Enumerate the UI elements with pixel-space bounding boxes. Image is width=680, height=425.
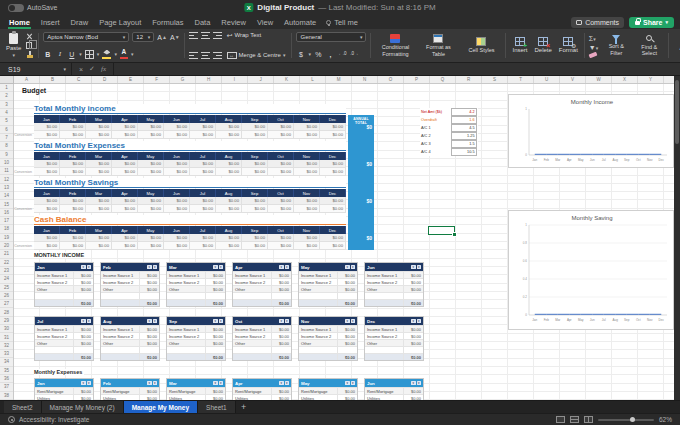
row-header-33[interactable]: 33 (0, 350, 13, 358)
filter-dropdown-icon[interactable]: ▾ (351, 265, 356, 270)
value-cell[interactable]: $0.00 (164, 131, 190, 139)
column-header-E[interactable]: E (118, 76, 144, 83)
value-cell[interactable]: $0.00 (268, 205, 294, 213)
block-row-value[interactable] (337, 347, 357, 353)
value-cell[interactable]: $0.00 (60, 242, 86, 250)
value-cell[interactable]: $0.00 (164, 168, 190, 176)
block-row-value[interactable]: $0.00 (73, 340, 93, 346)
month-header-cell[interactable]: Sep (242, 115, 268, 123)
block-row-value[interactable]: $0.00 (403, 279, 423, 285)
ribbon-tab-insert[interactable]: Insert (40, 15, 61, 29)
row-header-21[interactable]: 21 (0, 250, 13, 258)
align-center-icon[interactable] (201, 52, 210, 59)
value-cell[interactable]: $0.00 (60, 123, 86, 131)
value-cell[interactable]: $0.00 (138, 242, 164, 250)
filter-dropdown-icon[interactable]: ▾ (153, 381, 158, 386)
block-row-value[interactable]: $0.00 (73, 333, 93, 339)
value-cell[interactable]: $0.00 (164, 123, 190, 131)
filter-dropdown-icon[interactable]: ▾ (213, 381, 218, 386)
column-header-M[interactable]: M (326, 76, 352, 83)
ribbon-tab-automate[interactable]: Automate (283, 15, 317, 29)
column-header-U[interactable]: U (534, 76, 560, 83)
block-row-value[interactable] (271, 293, 291, 299)
block-header[interactable]: Jan▾▾ (35, 263, 93, 271)
month-header-cell[interactable]: Jan (34, 226, 60, 234)
select-all-corner[interactable] (0, 76, 14, 84)
block-row-value[interactable]: $0.00 (205, 326, 225, 332)
month-header-cell[interactable]: Mar (86, 189, 112, 197)
row-header-1[interactable]: 1 (0, 84, 13, 92)
value-cell[interactable]: $0.00 (216, 160, 242, 168)
insert-cells-button[interactable]: Insert (510, 37, 529, 54)
month-header-cell[interactable]: Jan (34, 152, 60, 160)
filter-dropdown-icon[interactable]: ▾ (411, 381, 416, 386)
month-header-cell[interactable]: Dec (320, 115, 346, 123)
row-header-37[interactable]: 37 (0, 383, 13, 391)
block-header[interactable]: Jul▾▾ (35, 317, 93, 325)
value-cell[interactable]: $0.00 (190, 197, 216, 205)
block-row-value[interactable]: $0.00 (337, 340, 357, 346)
month-header-cell[interactable]: Jul (190, 152, 216, 160)
value-cell[interactable]: $0.00 (60, 234, 86, 242)
filter-dropdown-icon[interactable]: ▾ (345, 381, 350, 386)
value-cell[interactable]: $0.00 (164, 234, 190, 242)
column-header-P[interactable]: P (404, 76, 430, 83)
zoom-slider[interactable] (598, 419, 654, 421)
column-header-O[interactable]: O (378, 76, 404, 83)
value-cell[interactable]: $0.00 (216, 168, 242, 176)
block-row-value[interactable]: $0.00 (73, 272, 93, 278)
row-header-9[interactable]: 9 (0, 151, 13, 159)
column-header-J[interactable]: J (248, 76, 274, 83)
block-row-value[interactable]: $0.00 (73, 279, 93, 285)
filter-dropdown-icon[interactable]: ▾ (279, 319, 284, 324)
value-cell[interactable]: $0.00 (320, 242, 346, 250)
value-cell[interactable]: $0.00 (138, 123, 164, 131)
row-header-25[interactable]: 25 (0, 284, 13, 292)
block-row-value[interactable]: $0.00 (271, 279, 291, 285)
value-cell[interactable]: $0.00 (34, 205, 60, 213)
value-cell[interactable]: $0.00 (216, 123, 242, 131)
block-row-value[interactable]: $0.00 (337, 333, 357, 339)
row-header-7[interactable]: 7 (0, 134, 13, 142)
accessibility-status[interactable]: Accessibility: Investigate (19, 416, 89, 423)
month-header-cell[interactable]: Mar (86, 115, 112, 123)
value-cell[interactable]: $0.00 (86, 242, 112, 250)
block-row-value[interactable]: $0.00 (139, 333, 159, 339)
row-header-16[interactable]: 16 (0, 209, 13, 217)
filter-dropdown-icon[interactable]: ▾ (87, 319, 92, 324)
row-header-15[interactable]: 15 (0, 200, 13, 208)
block-row-value[interactable]: $0.00 (139, 279, 159, 285)
value-cell[interactable]: $0.00 (216, 131, 242, 139)
name-box[interactable]: S19 ▾ (0, 63, 72, 75)
month-header-cell[interactable]: Sep (242, 189, 268, 197)
block-row-value[interactable]: $0.00 (271, 340, 291, 346)
value-cell[interactable]: $0.00 (216, 234, 242, 242)
filter-dropdown-icon[interactable]: ▾ (219, 319, 224, 324)
mini-table-value[interactable]: 4.2 (451, 108, 477, 116)
value-cell[interactable]: $0.00 (294, 197, 320, 205)
month-header-cell[interactable]: Apr (112, 152, 138, 160)
filter-dropdown-icon[interactable]: ▾ (81, 381, 86, 386)
column-header-V[interactable]: V (560, 76, 586, 83)
column-header-D[interactable]: D (92, 76, 118, 83)
enter-icon[interactable]: ✓ (89, 65, 95, 73)
month-header-cell[interactable]: Mar (86, 226, 112, 234)
block-row-value[interactable]: $0.00 (403, 340, 423, 346)
block-header[interactable]: Dec▾▾ (365, 317, 423, 325)
block-row-value[interactable]: $0.00 (73, 326, 93, 332)
filter-dropdown-icon[interactable]: ▾ (147, 381, 152, 386)
value-cell[interactable]: $0.00 (164, 205, 190, 213)
paste-button[interactable]: Paste ▾ (4, 33, 23, 58)
value-cell[interactable]: $0.00 (34, 168, 60, 176)
value-cell[interactable]: $0.00 (86, 168, 112, 176)
row-header-31[interactable]: 31 (0, 333, 13, 341)
column-header-S[interactable]: S (482, 76, 508, 83)
block-row-value[interactable]: $0.00 (403, 272, 423, 278)
grow-font-button[interactable]: A▲ (157, 32, 167, 42)
block-row-value[interactable]: $0.00 (73, 286, 93, 292)
row-header-5[interactable]: 5 (0, 117, 13, 125)
month-header-cell[interactable]: Aug (216, 226, 242, 234)
month-header-cell[interactable]: May (138, 152, 164, 160)
value-cell[interactable]: $0.00 (60, 160, 86, 168)
month-header-cell[interactable]: Jun (164, 226, 190, 234)
